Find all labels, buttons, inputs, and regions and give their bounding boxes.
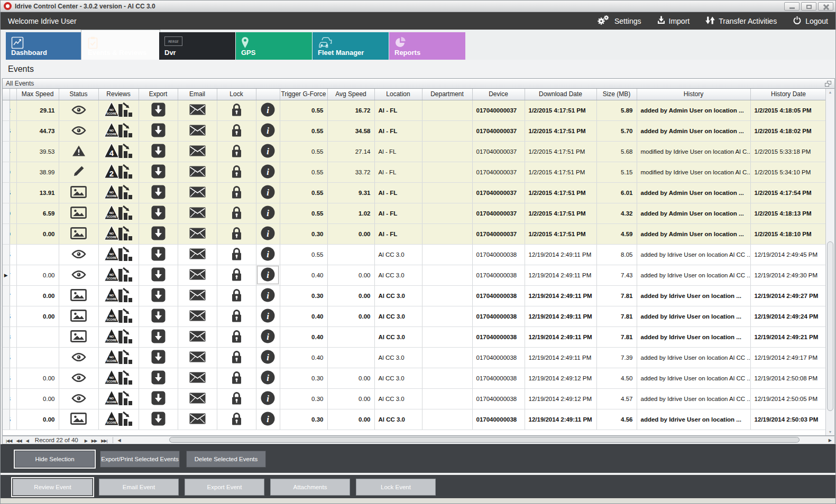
info-icon[interactable]: i: [256, 244, 280, 265]
info-icon[interactable]: i: [256, 141, 280, 162]
delete-selected-events-button[interactable]: Delete Selected Events: [186, 451, 266, 468]
lock-icon[interactable]: [217, 368, 256, 388]
column-header-info[interactable]: [256, 89, 280, 100]
info-icon[interactable]: i: [256, 306, 280, 326]
lock-icon[interactable]: [217, 347, 256, 368]
event-row[interactable]: 30.00NOSCOREi0.300.00Al CC 3.00170400000…: [3, 388, 825, 409]
email-event-button[interactable]: Email Event: [99, 479, 179, 496]
info-icon[interactable]: i: [256, 326, 280, 347]
column-header-history[interactable]: History: [637, 89, 750, 100]
column-header-location[interactable]: Location: [374, 89, 422, 100]
column-header-download-date[interactable]: Download Date: [525, 89, 596, 100]
export-icon[interactable]: [139, 409, 178, 430]
event-row[interactable]: 5NOSCOREi0.40Al CC 3.001704000003812/19/…: [3, 347, 825, 368]
scroll-up-icon[interactable]: ▲: [826, 90, 834, 94]
fast-prev-button[interactable]: ◀◀: [14, 438, 23, 443]
lock-icon[interactable]: [217, 285, 256, 306]
export-icon[interactable]: [139, 182, 178, 203]
vertical-scrollbar[interactable]: ▲ ▼: [825, 89, 834, 435]
attachments-button[interactable]: Attachments: [270, 479, 350, 496]
info-icon[interactable]: i: [256, 182, 280, 203]
column-header-email[interactable]: Email: [178, 89, 217, 100]
export-icon[interactable]: [139, 100, 178, 120]
info-icon[interactable]: i: [256, 223, 280, 244]
event-row[interactable]: 544.73NOSCOREi0.5534.58Al - FL0170400000…: [3, 120, 825, 141]
column-header-max-speed[interactable]: Max Speed: [16, 89, 59, 100]
restore-panel-icon[interactable]: [825, 81, 831, 87]
scroll-down-icon[interactable]: ▼: [826, 430, 834, 434]
lock-icon[interactable]: [217, 182, 256, 203]
review-score-icon[interactable]: NOSCORE: [98, 182, 139, 203]
column-header-avg-speed[interactable]: Avg Speed: [327, 89, 374, 100]
email-icon[interactable]: [178, 223, 217, 244]
import-button[interactable]: Import: [657, 16, 690, 26]
export-icon[interactable]: [139, 368, 178, 388]
export-icon[interactable]: [139, 285, 178, 306]
info-icon[interactable]: i: [256, 388, 280, 409]
lock-icon[interactable]: [217, 100, 256, 120]
email-icon[interactable]: [178, 368, 217, 388]
event-row[interactable]: 50.00NOSCOREi0.300.00Al CC 3.00170400000…: [3, 368, 825, 388]
info-icon[interactable]: i: [256, 203, 280, 223]
logout-button[interactable]: Logout: [793, 16, 828, 26]
lock-event-button[interactable]: Lock Event: [356, 479, 436, 496]
review-score-icon[interactable]: NOSCORE: [98, 409, 139, 430]
export-icon[interactable]: [139, 223, 178, 244]
event-row[interactable]: 439.534i0.5527.14Al - FL0170400000371/2/…: [3, 141, 825, 162]
column-header-trigger-g-force[interactable]: Trigger G-Force: [280, 89, 327, 100]
email-icon[interactable]: [178, 162, 217, 182]
event-row[interactable]: 938.992i0.5533.72Al - FL0170400000371/2/…: [3, 162, 825, 182]
column-header-history-date[interactable]: History Date: [750, 89, 825, 100]
column-header-export[interactable]: Export: [139, 89, 178, 100]
tab-dashboard[interactable]: Dashboard: [6, 32, 82, 60]
lock-icon[interactable]: [217, 409, 256, 430]
event-row[interactable]: 70.00NOSCOREi0.300.00Al CC 3.00170400000…: [3, 285, 825, 306]
tab-gps[interactable]: GPS: [236, 32, 312, 60]
lock-icon[interactable]: [217, 203, 256, 223]
export-icon[interactable]: [139, 244, 178, 265]
review-score-icon[interactable]: NOSCORE: [98, 203, 139, 223]
lock-icon[interactable]: [217, 141, 256, 162]
event-row[interactable]: 513.91NOSCOREi0.559.31Al - FL01704000003…: [3, 182, 825, 203]
email-icon[interactable]: [178, 285, 217, 306]
column-header-size-mb[interactable]: Size (MB): [596, 89, 637, 100]
settings-button[interactable]: Settings: [596, 14, 641, 27]
tab-reports[interactable]: Reports: [389, 32, 465, 60]
column-header-department[interactable]: Department: [422, 89, 472, 100]
lock-icon[interactable]: [217, 388, 256, 409]
info-icon[interactable]: i: [256, 162, 280, 182]
review-score-icon[interactable]: NOSCORE: [98, 120, 139, 141]
email-icon[interactable]: [178, 409, 217, 430]
lock-icon[interactable]: [217, 326, 256, 347]
hide-selection-button[interactable]: Hide Selection: [15, 451, 95, 468]
vertical-scroll-thumb[interactable]: [827, 241, 833, 411]
lock-icon[interactable]: [217, 244, 256, 265]
email-icon[interactable]: [178, 100, 217, 120]
email-icon[interactable]: [178, 388, 217, 409]
hscroll-left-icon[interactable]: ◀: [116, 438, 123, 443]
horizontal-scrollbar[interactable]: [123, 436, 826, 444]
export-print-selected-events-button[interactable]: Export/Print Selected Events: [100, 451, 180, 468]
column-header-status[interactable]: Status: [59, 89, 98, 100]
export-icon[interactable]: [139, 141, 178, 162]
lock-icon[interactable]: [217, 306, 256, 326]
export-event-button[interactable]: Export Event: [185, 479, 264, 496]
export-icon[interactable]: [139, 326, 178, 347]
export-icon[interactable]: [139, 162, 178, 182]
email-icon[interactable]: [178, 120, 217, 141]
info-icon[interactable]: i: [256, 409, 280, 430]
fast-next-button[interactable]: ▶▶: [89, 438, 99, 443]
prev-record-button[interactable]: ◀: [24, 438, 31, 443]
email-icon[interactable]: [178, 244, 217, 265]
info-icon[interactable]: i: [256, 285, 280, 306]
next-record-button[interactable]: ▶: [82, 438, 89, 443]
email-icon[interactable]: [178, 141, 217, 162]
event-row[interactable]: 06.59NOSCOREi0.551.02Al - FL017040000037…: [3, 203, 825, 223]
email-icon[interactable]: [178, 182, 217, 203]
export-icon[interactable]: [139, 120, 178, 141]
info-icon[interactable]: i: [256, 100, 280, 120]
email-icon[interactable]: [178, 326, 217, 347]
maximize-button[interactable]: [801, 2, 816, 11]
event-row[interactable]: 50.00NOSCOREi0.300.00Al CC 3.00170400000…: [3, 409, 825, 430]
review-event-button[interactable]: Review Event: [13, 479, 93, 496]
